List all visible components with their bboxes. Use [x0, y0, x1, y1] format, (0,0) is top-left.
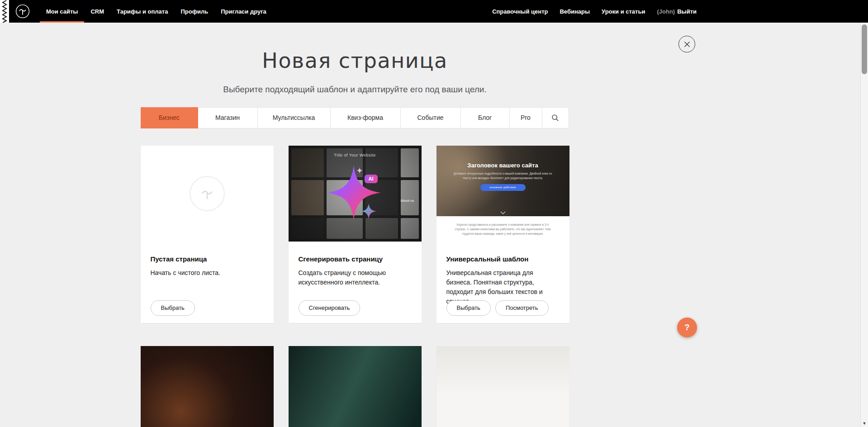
category-tabs: Бизнес Магазин Мультиссылка Квиз-форма С…	[141, 107, 569, 128]
search-icon	[551, 114, 559, 122]
card-actions: Сгенерировать	[299, 300, 360, 316]
preview-hero-subtitle: Добавьте интересные подробности о вашей …	[450, 171, 556, 180]
nav-item-webinars[interactable]: Вебинары	[554, 0, 596, 23]
user-name: (John)	[657, 8, 675, 15]
card-title: Пустая страница	[151, 255, 264, 263]
nav-item-profile[interactable]: Профиль	[174, 0, 214, 23]
nav-item-help-center[interactable]: Справочный центр	[486, 0, 554, 23]
navbar-inner: Мои сайты CRM Тарифы и оплата Профиль Пр…	[0, 0, 710, 23]
tab-quiz-form[interactable]: Квиз-форма	[331, 107, 401, 128]
template-preview-light	[436, 346, 569, 427]
preview-hero: Заголовок вашего сайта Добавьте интересн…	[436, 146, 569, 216]
zigzag-decoration-icon	[0, 0, 9, 23]
nav-item-lessons[interactable]: Уроки и статьи	[596, 0, 651, 23]
collage-about-label: About us	[400, 199, 414, 202]
card-body: Сгенерировать страницу Создать страницу …	[289, 242, 422, 287]
scrollbar-down-arrow[interactable]: ▼	[861, 420, 868, 427]
select-universal-button[interactable]: Выбрать	[446, 300, 491, 316]
top-navbar: Мои сайты CRM Тарифы и оплата Профиль Пр…	[0, 0, 868, 23]
tab-event[interactable]: Событие	[401, 107, 461, 128]
chevron-down-icon	[500, 211, 506, 214]
template-grid: Пустая страница Начать с чистого листа. …	[141, 146, 569, 323]
card-body: Пустая страница Начать с чистого листа.	[141, 242, 274, 278]
scrollbar[interactable]: ▼	[860, 23, 868, 427]
card-body: Универсальный шаблон Универсальная стран…	[436, 242, 569, 306]
preview-body-text: Коротко представьтесь и расскажите о ком…	[452, 223, 553, 236]
card-actions: Выбрать Посмотреть	[446, 300, 549, 316]
ai-badge: AI	[365, 175, 378, 183]
card-description: Начать с чистого листа.	[151, 268, 264, 278]
template-card-partial-2[interactable]	[289, 346, 422, 427]
page-subtitle: Выберите подходящий шаблон и адаптируйте…	[0, 85, 710, 95]
close-button[interactable]	[678, 36, 695, 52]
logout-label: Выйти	[677, 8, 697, 15]
template-preview-dark	[141, 346, 274, 427]
ai-generate-preview: Title of Your Website About us	[289, 146, 422, 242]
close-icon	[683, 41, 691, 48]
tab-multilink[interactable]: Мультиссылка	[258, 107, 331, 128]
card-description: Создать страницу с помощью искусственног…	[299, 268, 412, 287]
view-universal-button[interactable]: Посмотреть	[495, 300, 549, 316]
select-blank-button[interactable]: Выбрать	[151, 300, 195, 316]
tab-blog[interactable]: Блог	[461, 107, 510, 128]
card-title: Сгенерировать страницу	[299, 255, 412, 263]
preview-cta-button: основное действие	[480, 184, 526, 191]
secondary-nav: Справочный центр Вебинары Уроки и статьи…	[486, 0, 710, 23]
help-button[interactable]: ?	[677, 318, 697, 337]
tilda-watermark-icon	[190, 176, 225, 211]
scrollbar-thumb[interactable]	[862, 24, 867, 74]
tab-pro[interactable]: Pro	[510, 107, 542, 128]
template-card-universal[interactable]: Заголовок вашего сайта Добавьте интересн…	[436, 146, 569, 323]
nav-item-my-sites[interactable]: Мои сайты	[40, 0, 84, 23]
universal-template-preview: Заголовок вашего сайта Добавьте интересн…	[436, 146, 569, 242]
primary-nav: Мои сайты CRM Тарифы и оплата Профиль Пр…	[40, 0, 273, 23]
page-title: Новая страница	[0, 49, 710, 73]
nav-item-logout[interactable]: (John) Выйти	[651, 0, 702, 23]
tab-business[interactable]: Бизнес	[141, 107, 198, 128]
card-title: Универсальный шаблон	[446, 255, 560, 263]
template-card-blank[interactable]: Пустая страница Начать с чистого листа. …	[141, 146, 274, 323]
template-card-partial-3[interactable]	[436, 346, 569, 427]
tab-store[interactable]: Магазин	[198, 107, 258, 128]
preview-hero-title: Заголовок вашего сайта	[436, 146, 569, 169]
generate-button[interactable]: Сгенерировать	[299, 300, 360, 316]
tab-search[interactable]	[542, 107, 569, 128]
preview-body: Коротко представьтесь и расскажите о ком…	[436, 223, 569, 242]
nav-item-crm[interactable]: CRM	[84, 0, 110, 23]
nav-item-tariffs[interactable]: Тарифы и оплата	[110, 0, 174, 23]
ai-sparkle-small-icon	[361, 204, 376, 219]
nav-item-invite-friend[interactable]: Пригласи друга	[214, 0, 273, 23]
collage-site-title: Title of Your Website	[289, 153, 422, 157]
template-grid-row2	[141, 346, 569, 427]
template-card-partial-1[interactable]	[141, 346, 274, 427]
card-actions: Выбрать	[151, 300, 195, 316]
new-page-screen: Новая страница Выберите подходящий шабло…	[0, 23, 710, 427]
tilda-logo-icon[interactable]	[15, 4, 30, 19]
blank-page-preview	[141, 146, 274, 242]
template-preview-teal	[289, 346, 422, 427]
ai-sparkle-tiny-icon	[356, 167, 363, 174]
template-card-ai-generate[interactable]: Title of Your Website About us	[289, 146, 422, 323]
